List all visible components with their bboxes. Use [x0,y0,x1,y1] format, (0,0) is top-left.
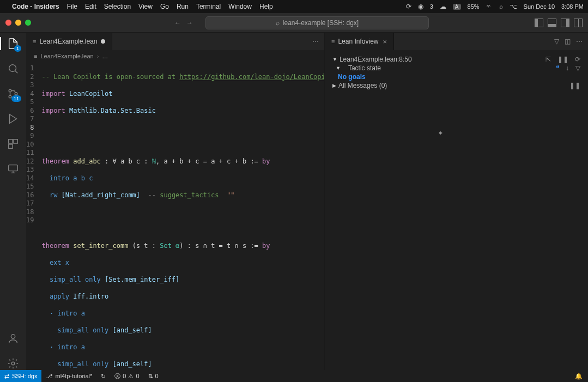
pin-icon[interactable]: ⇱ [545,56,551,63]
error-icon: ⓧ [114,372,120,380]
toggle-panel-button[interactable] [548,19,556,27]
battery-pct: 85% [468,3,480,10]
notifications-button[interactable]: 🔔 [575,373,583,379]
code-body[interactable]: -- Lean Copilot is open-sourced at https… [39,62,324,370]
run-debug-activity[interactable] [7,112,20,125]
svg-point-9 [11,362,15,365]
svg-rect-5 [14,140,17,143]
menu-selection[interactable]: Selection [104,3,131,10]
command-center-label: lean4-example [SSH: dgx] [283,19,359,27]
filter-icon[interactable]: ▽ [554,38,559,45]
cloud-icon[interactable]: ☁ [440,3,446,10]
customize-layout-button[interactable] [574,19,583,27]
search-icon: ⌕ [276,19,280,27]
app-name[interactable]: Code - Insiders [12,3,59,10]
status-bar: ⇄ SSH: dgx ⎇ ml4tp-tutorial* ↻ ⓧ0 ⚠0 ⇅0 … [0,370,588,382]
toggle-primary-sidebar-button[interactable] [535,19,543,27]
close-tab-button[interactable]: × [383,38,387,46]
menu-window[interactable]: Window [228,3,252,10]
line-gutter: 12345678910111213141516171819 [26,62,39,370]
split-editor-button[interactable]: ◫ [565,38,571,45]
close-window-button[interactable] [5,20,11,26]
svg-point-0 [9,65,16,72]
extensions-activity[interactable] [7,137,20,150]
menu-run[interactable]: Run [177,3,189,10]
maximize-window-button[interactable] [25,20,31,26]
svg-rect-4 [9,140,13,143]
caret-right-icon[interactable]: ▶ [332,83,336,88]
minimize-window-button[interactable] [15,20,21,26]
infoview-tabs: ≡ Lean Infoview × ▽ ◫ ⋯ [325,33,588,50]
menubar-date[interactable]: Sun Dec 10 [524,3,555,10]
search-activity[interactable] [7,62,20,75]
modified-indicator-icon [101,39,105,44]
quote-icon[interactable]: ❝ [556,64,559,72]
editor-more-actions-button[interactable]: ⋯ [312,38,319,45]
lang-badge[interactable]: A [453,4,461,10]
funnel-icon[interactable]: ▽ [575,64,580,72]
arrow-down-icon[interactable]: ↓ [566,64,569,72]
tab-lean4example[interactable]: ≡ Lean4Example.lean [26,33,112,50]
file-icon: ≡ [34,53,37,59]
sync-icon: ↻ [101,373,106,380]
nav-back-button[interactable]: ← [174,19,181,27]
svg-point-3 [15,93,17,95]
remote-indicator[interactable]: ⇄ SSH: dgx [0,370,41,382]
menu-view[interactable]: View [138,3,153,10]
no-goals-label: No goals [338,73,366,81]
wechat-icon[interactable]: ◉ [418,3,423,10]
breadcrumb-file: Lean4Example.lean [40,53,93,59]
settings-activity[interactable] [7,357,20,370]
sync-status[interactable]: ↻ [96,373,110,380]
control-center-icon[interactable]: ⌥ [510,3,517,10]
activity-bar: 1 11 [0,33,26,370]
toggle-secondary-sidebar-button[interactable] [561,19,569,27]
editor-group-right: ≡ Lean Infoview × ▽ ◫ ⋯ ▼ Lean4Example.l… [325,33,588,370]
remote-icon: ⇄ [4,373,9,380]
more-actions-button[interactable]: ⋯ [576,38,583,45]
all-messages-label: All Messages (0) [338,82,387,89]
ports-status[interactable]: ⇅0 [144,373,163,380]
menubar-time[interactable]: 3:08 PM [561,3,584,10]
pause-icon[interactable]: ❚❚ [569,82,580,89]
tactic-state-label: Tactic state [348,64,381,72]
command-center[interactable]: ⌕ lean4-example [SSH: dgx] [205,16,429,29]
explorer-badge: 1 [14,45,21,52]
refresh-icon[interactable]: ⟳ [575,56,580,63]
infoview-file-location: Lean4Example.lean:8:50 [340,56,412,63]
menu-help[interactable]: Help [259,3,273,10]
menu-terminal[interactable]: Terminal [196,3,221,10]
chevron-right-icon: › [97,53,99,59]
tab-label: Lean4Example.lean [39,38,97,45]
nav-forward-button[interactable]: → [186,19,193,27]
wifi-icon[interactable]: ᯤ [486,3,493,10]
caret-down-icon[interactable]: ▼ [332,57,337,62]
menu-edit[interactable]: Edit [85,3,96,10]
remote-explorer-activity[interactable] [7,162,20,175]
tray-icon[interactable]: ⟳ [406,3,411,10]
warning-icon: ⚠ [128,373,134,380]
breadcrumb[interactable]: ≡ Lean4Example.lean › … [26,50,324,62]
problems-status[interactable]: ⓧ0 ⚠0 [110,372,143,380]
code-editor[interactable]: 12345678910111213141516171819 -- Lean Co… [26,62,324,370]
tab-lean-infoview[interactable]: ≡ Lean Infoview × [325,33,394,50]
branch-name: ml4tp-tutorial* [55,373,92,379]
file-icon: ≡ [33,38,36,45]
explorer-activity[interactable]: 1 [7,37,20,50]
window-controls [5,20,31,26]
svg-rect-6 [9,144,13,148]
scm-badge: 11 [11,95,21,102]
menu-file[interactable]: File [67,3,77,10]
svg-rect-7 [9,165,18,171]
editor-group-left: ≡ Lean4Example.lean ⋯ ≡ Lean4Example.lea… [26,33,325,370]
menu-go[interactable]: Go [160,3,169,10]
pause-icon[interactable]: ❚❚ [557,56,568,63]
lean-infoview: ▼ Lean4Example.lean:8:50 ⇱ ❚❚ ⟳ ▼ Tactic… [325,50,588,95]
git-branch-status[interactable]: ⎇ ml4tp-tutorial* [41,373,96,380]
caret-down-icon[interactable]: ▼ [336,65,341,71]
source-control-activity[interactable]: 11 [7,87,20,100]
ports-icon: ⇅ [148,373,153,380]
tab-label: Lean Infoview [338,38,378,45]
accounts-activity[interactable] [7,332,20,345]
spotlight-icon[interactable]: ⌕ [499,3,503,10]
